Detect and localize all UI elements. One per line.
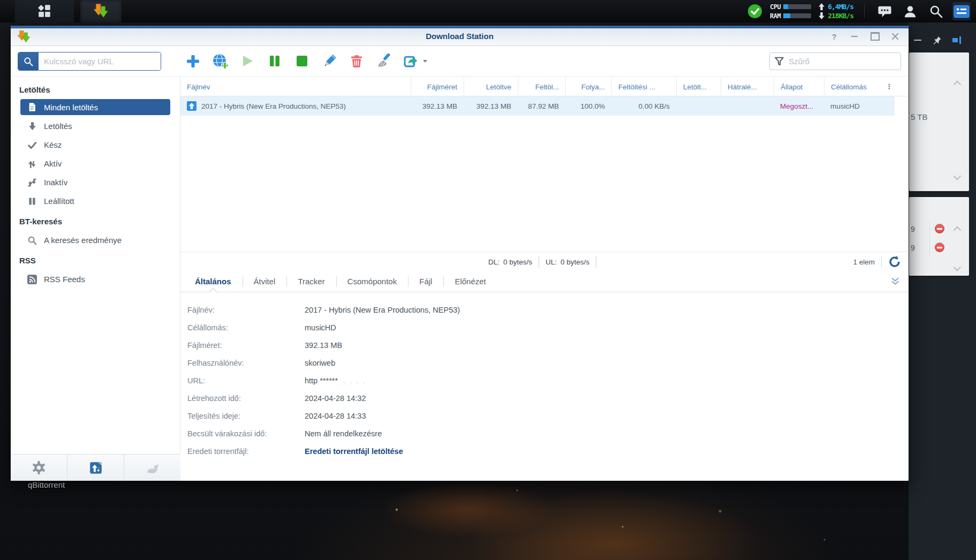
tab-tracker[interactable]: Tracker <box>286 271 336 292</box>
column-header-filename[interactable]: Fájlnév <box>180 78 411 96</box>
tab-file[interactable]: Fájl <box>408 271 443 292</box>
taskbar-separator <box>864 4 865 18</box>
chevron-up-icon[interactable] <box>953 226 962 231</box>
system-health-icon[interactable] <box>747 4 762 19</box>
close-button[interactable] <box>889 31 901 42</box>
window-titlebar[interactable]: Download Station ? <box>11 26 909 46</box>
sidebar-item-completed[interactable]: Kész <box>11 135 180 154</box>
block-connection-button[interactable] <box>935 243 944 252</box>
column-header-upload-speed[interactable]: Feltöltési ... <box>611 78 676 96</box>
torrent-destination-cell: musicHD <box>824 96 884 116</box>
torrent-name: 2017 - Hybris (New Era Productions, NEP5… <box>201 102 346 110</box>
chevron-down-icon[interactable] <box>953 266 962 271</box>
clear-completed-button[interactable] <box>376 53 392 69</box>
widget-panel-header <box>909 32 976 48</box>
block-connection-button[interactable] <box>935 224 944 233</box>
download-arrow-icon <box>27 121 37 132</box>
share-icon <box>404 54 419 69</box>
download-original-torrent-link[interactable]: Eredeti torrentfájl letöltése <box>305 447 403 456</box>
help-button[interactable]: ? <box>828 31 840 42</box>
emule-button[interactable] <box>124 455 180 481</box>
rss-icon <box>27 274 37 285</box>
pause-button[interactable] <box>267 53 283 69</box>
search-box <box>18 52 161 71</box>
pause-icon <box>268 54 282 68</box>
minimize-button[interactable] <box>849 31 860 42</box>
taskbar-download-station-button[interactable] <box>80 0 122 22</box>
emule-donkey-icon <box>145 461 160 475</box>
tab-transfer[interactable]: Átvitel <box>243 271 287 292</box>
tab-preview[interactable]: Előnézet <box>443 271 497 292</box>
sidebar-item-search-results[interactable]: A keresés eredménye <box>11 231 180 249</box>
column-header-status[interactable]: Állapot <box>774 78 824 96</box>
torrent-status-cell: Megoszt... <box>774 96 824 116</box>
table-row[interactable]: 2017 - Hybris (New Era Productions, NEP5… <box>180 96 895 116</box>
user-account-button[interactable] <box>901 2 919 20</box>
chevron-up-icon[interactable] <box>953 80 962 86</box>
column-header-download-speed[interactable]: Letölt... <box>676 78 721 96</box>
refresh-icon <box>888 255 901 268</box>
collapse-details-button[interactable] <box>890 276 901 287</box>
panel-minimize-icon[interactable] <box>914 40 921 41</box>
trash-icon <box>350 54 364 68</box>
widget-panel: 5 TB 9 9 <box>909 22 976 560</box>
panel-layout-icon[interactable] <box>952 36 962 44</box>
download-arrow-icon <box>819 12 824 19</box>
dl-value: 0 bytes/s <box>503 258 532 266</box>
seeding-icon <box>187 101 196 111</box>
sidebar-item-label: Kész <box>44 140 62 149</box>
search-input[interactable] <box>39 52 161 70</box>
column-header-filesize[interactable]: Fájlméret <box>411 78 464 96</box>
detail-row: Teljesítés ideje: 2024-04-28 14:33 <box>180 407 909 425</box>
sidebar-item-active[interactable]: Aktív <box>11 154 180 173</box>
connections-widget-card: 9 9 <box>909 197 969 276</box>
ul-label: UL: <box>546 258 557 266</box>
chat-bubble-icon <box>877 4 892 19</box>
funnel-icon <box>774 56 784 66</box>
resource-monitor[interactable]: CPU RAM <box>770 3 811 20</box>
network-speeds: 6,4MB/s 218KB/s <box>819 3 853 20</box>
storage-size-value: 5 TB <box>911 112 927 122</box>
filter-input[interactable] <box>789 57 896 66</box>
bt-settings-button[interactable] <box>67 455 124 481</box>
chevron-down-icon[interactable] <box>953 175 962 180</box>
pin-icon[interactable] <box>932 35 942 45</box>
globe-add-icon <box>212 53 228 69</box>
refresh-button[interactable] <box>888 255 901 268</box>
tab-general[interactable]: Általános <box>184 271 243 292</box>
add-download-button[interactable] <box>185 53 201 69</box>
share-button[interactable] <box>403 53 419 69</box>
column-menu-button[interactable]: ⋮ <box>884 78 895 96</box>
widgets-panel-button[interactable] <box>952 2 971 20</box>
column-header-time-left[interactable]: Hátralé... <box>721 78 774 96</box>
settings-button[interactable] <box>11 455 67 481</box>
stop-button[interactable] <box>294 53 310 69</box>
transfer-file-icon <box>89 461 103 475</box>
sidebar-item-stopped[interactable]: Leállított <box>11 192 180 210</box>
search-button[interactable] <box>927 2 945 20</box>
column-header-destination[interactable]: Célállomás <box>824 78 884 96</box>
sidebar-item-downloading[interactable]: Letöltés <box>11 117 180 135</box>
sidebar-item-rss-feeds[interactable]: RSS Feeds <box>11 270 180 289</box>
desktop-shortcut-label[interactable]: qBittorrent <box>28 480 65 489</box>
resume-button[interactable] <box>239 53 255 69</box>
desktop: CPU RAM 6,4MB/s <box>0 0 976 560</box>
check-icon <box>27 140 37 150</box>
add-url-button[interactable] <box>212 53 228 69</box>
sidebar-item-all-downloads[interactable]: Minden letöltés <box>20 99 170 115</box>
sidebar-item-inactive[interactable]: Inaktív <box>11 173 180 192</box>
search-submit-button[interactable] <box>18 52 39 70</box>
torrent-progress-cell: 100.0% <box>565 96 611 116</box>
notifications-button[interactable] <box>875 2 894 20</box>
content-pane: Fájlnév Fájlméret Letöltve Feltöl... Fol… <box>180 78 909 481</box>
column-header-downloaded[interactable]: Letöltve <box>464 78 518 96</box>
main-menu-button[interactable] <box>15 0 74 22</box>
widget-row-value: 9 <box>911 244 915 252</box>
maximize-button[interactable] <box>869 31 881 42</box>
delete-button[interactable] <box>349 53 365 69</box>
edit-button[interactable] <box>321 53 337 69</box>
column-header-uploaded[interactable]: Feltöl... <box>518 78 565 96</box>
share-dropdown-caret[interactable] <box>423 60 427 65</box>
tab-peers[interactable]: Csomópontok <box>336 271 408 292</box>
column-header-progress[interactable]: Folya... <box>565 78 611 96</box>
